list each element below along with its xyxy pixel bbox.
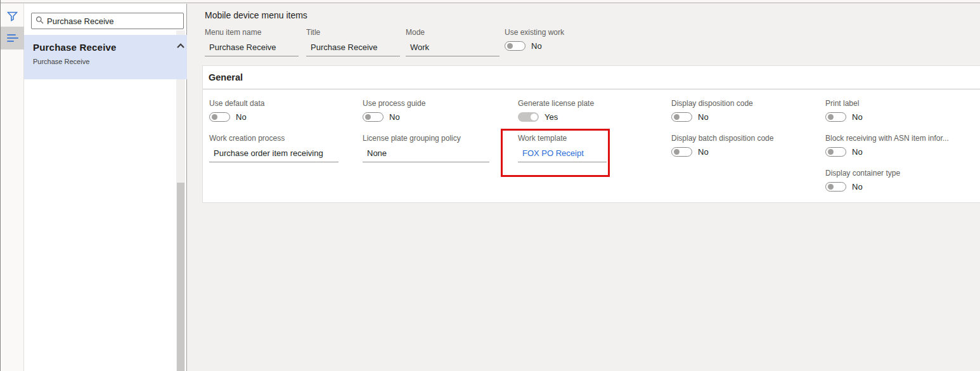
block-receiving-asn-toggle[interactable] [825, 147, 846, 157]
toggle-state-text: Yes [545, 112, 558, 122]
toggle-state-text: No [852, 112, 863, 122]
field-license-plate-grouping-policy: License plate grouping policy None [363, 134, 489, 162]
mode-select[interactable]: Work [406, 39, 500, 56]
field-label: Generate license plate [518, 99, 594, 108]
field-label: Work creation process [209, 134, 338, 143]
field-label: Use default data [209, 99, 264, 108]
search-input[interactable] [47, 16, 179, 26]
field-label: Display container type [825, 169, 900, 178]
use-process-guide-toggle[interactable] [363, 112, 384, 122]
field-display-container-type: Display container type No [825, 169, 900, 192]
left-icon-rail [1, 4, 24, 371]
license-plate-grouping-policy-input[interactable]: None [363, 145, 489, 162]
toggle-state-text: No [852, 182, 863, 192]
general-section-header[interactable]: General [203, 66, 980, 89]
toggle-state-text: No [698, 112, 709, 122]
chevron-up-icon [177, 39, 184, 51]
field-block-receiving-asn: Block receiving with ASN item infor... N… [825, 134, 949, 157]
window-top-strip [1, 0, 980, 3]
toggle-state-text: No [236, 112, 247, 122]
list-scrollbar-thumb[interactable] [177, 183, 184, 371]
title-input[interactable]: Purchase Receive [306, 39, 400, 56]
field-label: Print label [825, 99, 863, 108]
field-label: Use existing work [505, 28, 564, 37]
field-label: Use process guide [363, 99, 425, 108]
search-icon [35, 15, 44, 27]
app-window: Purchase Receive Purchase Receive Mobile… [0, 0, 980, 371]
field-label: Block receiving with ASN item infor... [825, 134, 949, 143]
main-content: Mobile device menu items Menu item name … [188, 4, 980, 371]
list-panel: Purchase Receive Purchase Receive [24, 4, 187, 371]
generate-license-plate-toggle[interactable] [518, 112, 539, 122]
field-mode: Mode Work [406, 28, 500, 56]
list-lines-icon [7, 34, 18, 42]
list-search-box[interactable] [31, 13, 184, 29]
field-label: Display batch disposition code [671, 134, 773, 143]
work-template-link[interactable]: FOX PO Receipt [518, 145, 607, 162]
field-label: Work template [518, 134, 607, 143]
field-use-default-data: Use default data No [209, 99, 264, 122]
field-label: Title [306, 28, 400, 37]
general-section: General Use default data No Use process … [202, 65, 980, 203]
display-batch-disposition-code-toggle[interactable] [671, 147, 692, 157]
field-print-label: Print label No [825, 99, 863, 122]
field-work-creation-process: Work creation process Purchase order ite… [209, 134, 338, 162]
field-use-existing-work: Use existing work No [505, 28, 564, 51]
display-disposition-code-toggle[interactable] [671, 112, 692, 122]
toggle-state-text: No [531, 41, 542, 51]
filter-funnel-icon [7, 11, 18, 24]
toggle-state-text: No [852, 147, 863, 157]
scroll-up-button[interactable] [176, 41, 185, 49]
menu-item-name-input[interactable]: Purchase Receive [205, 39, 299, 56]
work-creation-process-input[interactable]: Purchase order item receiving [209, 145, 338, 162]
list-item-subtitle: Purchase Receive [33, 58, 187, 65]
print-label-toggle[interactable] [825, 112, 846, 122]
field-label: Menu item name [205, 28, 299, 37]
use-existing-work-toggle[interactable] [505, 41, 525, 51]
field-display-disposition-code: Display disposition code No [671, 99, 753, 122]
field-label: Display disposition code [671, 99, 753, 108]
field-menu-item-name: Menu item name Purchase Receive [205, 28, 299, 56]
field-generate-license-plate: Generate license plate Yes [518, 99, 594, 122]
field-work-template: Work template FOX PO Receipt [518, 134, 607, 162]
use-default-data-toggle[interactable] [209, 112, 230, 122]
field-label: Mode [406, 28, 500, 37]
field-display-batch-disposition-code: Display batch disposition code No [671, 134, 773, 157]
list-view-button[interactable] [1, 27, 24, 49]
field-label: License plate grouping policy [363, 134, 489, 143]
field-title: Title Purchase Receive [306, 28, 400, 56]
list-item-title: Purchase Receive [33, 42, 187, 53]
display-container-type-toggle[interactable] [825, 182, 846, 192]
page-title: Mobile device menu items [205, 10, 307, 20]
filter-button[interactable] [1, 9, 24, 27]
field-use-process-guide: Use process guide No [363, 99, 425, 122]
toggle-state-text: No [698, 147, 709, 157]
list-item-purchase-receive[interactable]: Purchase Receive Purchase Receive [24, 35, 187, 79]
toggle-state-text: No [389, 112, 400, 122]
